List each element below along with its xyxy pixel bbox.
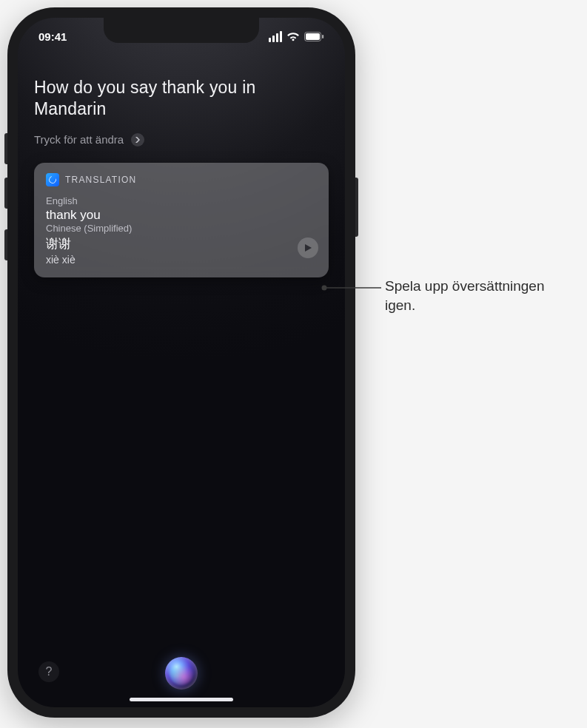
play-translation-button[interactable] [298, 237, 318, 258]
chevron-right-icon [131, 133, 144, 146]
svg-rect-2 [322, 35, 323, 38]
translation-card[interactable]: TRANSLATION English thank you Chinese (S… [34, 163, 329, 277]
target-text: 谢谢 [46, 235, 317, 252]
battery-icon [304, 32, 324, 41]
status-time: 09:41 [38, 30, 67, 43]
source-text: thank you [46, 208, 317, 223]
tap-to-edit-label: Tryck för att ändra [34, 133, 124, 146]
target-pinyin: xiè xiè [46, 254, 317, 266]
source-language-label: English [46, 195, 317, 206]
target-language-label: Chinese (Simplified) [46, 223, 317, 234]
siri-orb-button[interactable] [165, 657, 198, 690]
notch [104, 18, 259, 43]
siri-help-button[interactable]: ? [38, 661, 59, 682]
status-right [269, 31, 324, 42]
siri-query-text[interactable]: How do you say thank you in Mandarin [34, 77, 329, 120]
home-indicator[interactable] [130, 698, 233, 701]
card-title: TRANSLATION [65, 175, 136, 185]
screen: 09:41 How do you say thank you in Mandar… [18, 18, 345, 707]
tap-to-edit-row[interactable]: Tryck för att ändra [34, 133, 329, 146]
card-header: TRANSLATION [46, 173, 317, 186]
svg-rect-1 [306, 33, 320, 40]
siri-content: How do you say thank you in Mandarin Try… [34, 77, 329, 277]
callout-text: Spela upp översättningen igen. [385, 277, 570, 314]
wifi-icon [286, 32, 300, 41]
iphone-frame: 09:41 How do you say thank you in Mandar… [7, 7, 355, 718]
target-block: Chinese (Simplified) 谢谢 xiè xiè [46, 223, 317, 266]
cellular-signal-icon [269, 31, 282, 42]
question-mark-icon: ? [46, 665, 53, 678]
play-icon [303, 243, 312, 252]
translation-app-icon [46, 173, 59, 186]
source-block: English thank you [46, 195, 317, 223]
